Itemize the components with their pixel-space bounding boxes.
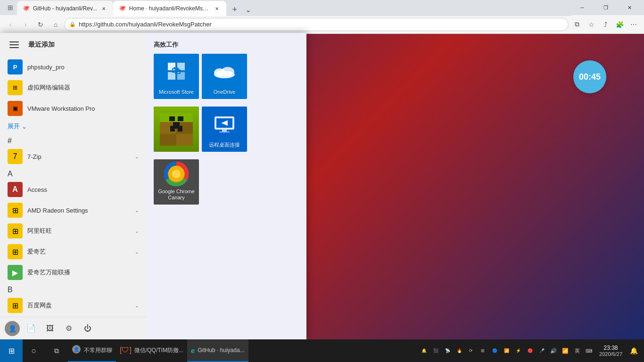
tray-lang[interactable]: 英 xyxy=(571,341,583,360)
app-item-phpstudy[interactable]: P phpstudy_pro xyxy=(4,57,142,77)
recently-added-label: 最近添加 xyxy=(28,41,55,49)
baidu-icon: ⊞ xyxy=(8,298,23,313)
task-view-button[interactable]: ⧉ xyxy=(45,339,68,362)
tile-ms-store[interactable]: 🛍 Microsoft Store xyxy=(154,54,199,99)
new-tab-button[interactable]: + xyxy=(228,3,241,16)
favorites-button[interactable]: ☆ xyxy=(585,18,598,31)
baidu-name: 百度网盘 xyxy=(27,301,130,310)
extensions-button[interactable]: 🧩 xyxy=(613,18,626,31)
tray-icon-bluetooth[interactable]: ⚡ xyxy=(512,341,524,360)
tab-2-close[interactable]: ✕ xyxy=(213,5,221,12)
tray-icon-1[interactable]: 🔔 xyxy=(418,341,429,360)
clock-widget-time: 00:45 xyxy=(579,72,601,82)
tray-icon-7[interactable]: 🔵 xyxy=(489,341,500,360)
back-button[interactable]: ‹ xyxy=(4,18,17,31)
hamburger-line-1 xyxy=(9,41,19,42)
aliwang-expand-icon[interactable]: ⌄ xyxy=(135,229,139,234)
tile-rdp[interactable]: 远程桌面连接 xyxy=(202,107,247,152)
tab-2-title: Home · huiyadanli/RevokeMsgP... xyxy=(129,5,210,12)
settings-button[interactable]: ⚙ xyxy=(60,320,77,337)
user-button[interactable]: 👤 xyxy=(4,320,21,337)
baidu-expand-icon[interactable]: ⌄ xyxy=(135,303,139,308)
app-item-vnet[interactable]: ⊞ 虚拟网络编辑器 xyxy=(4,77,142,98)
tab-dropdown[interactable]: ⌄ xyxy=(241,3,255,16)
minimize-button[interactable]: ─ xyxy=(571,0,593,15)
cortana-button[interactable]: ○ xyxy=(23,339,45,362)
browser-menu-icon[interactable]: ⊞ xyxy=(4,2,17,13)
system-clock[interactable]: 23:38 2020/6/27 xyxy=(595,339,626,362)
hamburger-button[interactable] xyxy=(8,37,23,52)
aiqiyi-expand-icon[interactable]: ⌄ xyxy=(135,249,139,255)
onedrive-icon xyxy=(213,64,236,78)
tray-icon-8[interactable]: 📶 xyxy=(501,341,512,360)
aiqiyi-name: 爱奇艺 xyxy=(27,247,130,256)
expand-label: 展开 xyxy=(8,122,20,131)
tray-keyboard[interactable]: ⌨ xyxy=(583,341,594,360)
tray-icon-mic[interactable]: 🎤 xyxy=(536,341,547,360)
power-button[interactable]: ⏻ xyxy=(79,320,96,337)
chrome-canary-label: Google Chrome Canary xyxy=(154,189,199,201)
taskbar: ⊞ ○ ⧉ 👤 不常用群聊 [🛡] 微信/QQ/TIM防撤... e GitHu… xyxy=(0,339,644,362)
7zip-expand-icon[interactable]: ⌄ xyxy=(135,154,139,159)
start-menu: 最近添加 P phpstudy_pro ⊞ 虚拟网络编辑器 ▣ VMware W… xyxy=(0,33,306,339)
taskbar-app-chat[interactable]: 👤 不常用群聊 xyxy=(68,339,116,362)
app-item-7zip[interactable]: 7 7-Zip ⌄ xyxy=(4,146,142,167)
home-button[interactable]: ⌂ xyxy=(49,18,62,31)
app-item-aiqiyi[interactable]: ⊞ 爱奇艺 ⌄ xyxy=(4,241,142,262)
lock-icon: 🔒 xyxy=(69,21,76,27)
tray-wifi[interactable]: 📶 xyxy=(560,341,571,360)
tray-speaker[interactable]: 🔊 xyxy=(548,341,559,360)
svg-point-28 xyxy=(172,170,181,178)
tray-icon-3[interactable]: 📡 xyxy=(442,341,453,360)
tile-chrome-canary[interactable]: Google Chrome Canary xyxy=(154,159,199,205)
documents-button[interactable]: 📄 xyxy=(23,320,40,337)
wechat-app-label: 微信/QQ/TIM防撤... xyxy=(134,346,183,354)
forward-button[interactable]: › xyxy=(19,18,32,31)
tray-icon-4[interactable]: 🔥 xyxy=(454,341,465,360)
svg-rect-12 xyxy=(160,134,176,146)
start-button[interactable]: ⊞ xyxy=(0,339,23,362)
expand-row[interactable]: 展开 ⌄ xyxy=(4,119,142,134)
share-button[interactable]: ⤴ xyxy=(599,18,612,31)
tiles-section-label: 高效工作 xyxy=(154,41,299,49)
close-button[interactable]: ✕ xyxy=(619,0,640,15)
window-controls: ─ ❐ ✕ xyxy=(571,0,640,15)
svg-text:🛍: 🛍 xyxy=(172,66,181,76)
tab-1[interactable]: 🐙 GitHub - huiyadanli/Rev... ✕ xyxy=(17,1,113,16)
tile-onedrive[interactable]: OneDrive xyxy=(202,54,247,99)
url-bar[interactable]: 🔒 https://github.com/huiyadanli/RevokeMs… xyxy=(64,18,569,31)
maximize-button[interactable]: ❐ xyxy=(595,0,617,15)
browser-chrome: ⊞ 🐙 GitHub - huiyadanli/Rev... ✕ 🐙 Home … xyxy=(0,0,644,34)
app-item-baidu[interactable]: ⊞ 百度网盘 ⌄ xyxy=(4,295,142,316)
tray-icon-2[interactable]: ⬛ xyxy=(430,341,441,360)
app-item-amd[interactable]: ⊞ AMD Radeon Settings ⌄ xyxy=(4,200,142,221)
settings-button[interactable]: ⋯ xyxy=(627,18,640,31)
access-icon: A xyxy=(8,182,23,197)
app-list-header: 最近添加 xyxy=(0,33,146,57)
tab-2[interactable]: 🐙 Home · huiyadanli/RevokeMsgP... ✕ xyxy=(113,1,226,16)
github-app-icon: e xyxy=(191,346,195,354)
tray-icon-6[interactable]: ⊞ xyxy=(477,341,488,360)
svg-rect-19 xyxy=(178,129,182,132)
app-item-aiqiyi-ws[interactable]: ▶ 爱奇艺万能联播 xyxy=(4,262,142,283)
app-item-aliwang[interactable]: ⊞ 阿里旺旺 ⌄ xyxy=(4,221,142,241)
tab-bar: 🐙 GitHub - huiyadanli/Rev... ✕ 🐙 Home · … xyxy=(17,0,571,16)
svg-rect-17 xyxy=(170,126,182,129)
refresh-button[interactable]: ↻ xyxy=(34,18,47,31)
svg-rect-15 xyxy=(178,116,183,121)
amd-expand-icon[interactable]: ⌄ xyxy=(135,208,139,213)
tab-1-close[interactable]: ✕ xyxy=(100,5,107,12)
taskbar-app-wechat[interactable]: [🛡] 微信/QQ/TIM防撤... xyxy=(116,339,187,362)
taskbar-app-github[interactable]: e GitHub · huiyada... xyxy=(187,339,248,362)
ms-store-icon: 🛍 xyxy=(166,61,187,82)
notification-center-button[interactable]: 🔔 xyxy=(627,339,640,362)
ms-store-label: Microsoft Store xyxy=(157,89,196,95)
tile-minecraft[interactable] xyxy=(154,107,199,152)
wechat-app-icon: [🛡] xyxy=(120,346,132,354)
tray-icon-5[interactable]: ⟳ xyxy=(465,341,477,360)
collections-button[interactable]: ⧉ xyxy=(570,18,584,31)
app-item-access[interactable]: A Access xyxy=(4,179,142,200)
tray-icon-9[interactable]: 🔴 xyxy=(524,341,536,360)
app-item-vmware[interactable]: ▣ VMware Workstation Pro xyxy=(4,98,142,119)
pictures-button[interactable]: 🖼 xyxy=(41,320,58,337)
